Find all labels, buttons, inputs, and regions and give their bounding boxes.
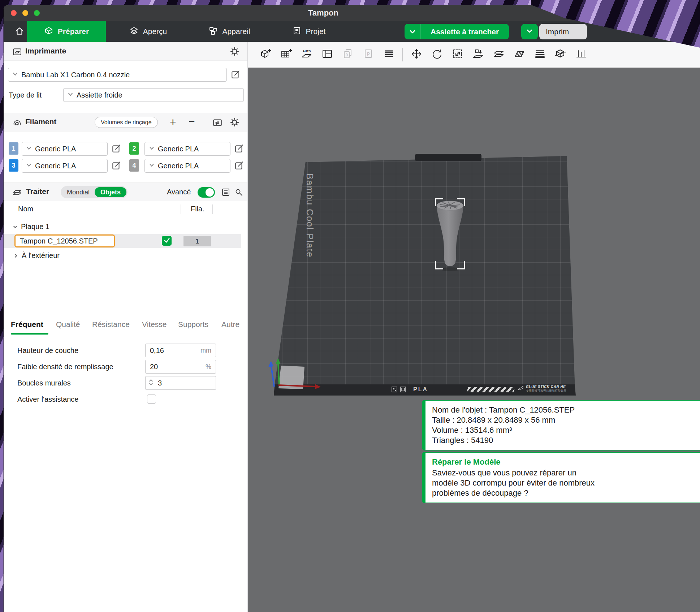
filament-slot-3-select[interactable]: Generic PLA (22, 159, 108, 173)
paint-button[interactable] (509, 45, 530, 64)
add-object-button[interactable] (255, 45, 276, 64)
object-print-checkbox[interactable] (162, 236, 172, 246)
viewport-toolbar: AUTO 0 P (248, 42, 700, 67)
wall-loops-spinner[interactable]: 3 (145, 376, 216, 390)
repair-tip-title[interactable]: Réparer le Modèle (432, 457, 700, 467)
wall-loops-value[interactable]: 3 (158, 379, 162, 387)
remove-filament-button[interactable]: − (189, 116, 195, 127)
tab-speed[interactable]: Vitesse (142, 320, 167, 329)
infill-input[interactable]: 20 % (145, 360, 216, 374)
prepare-icon (44, 26, 53, 37)
svg-text:P: P (367, 52, 370, 57)
y-axis-arrow (276, 358, 280, 364)
add-plate-icon (280, 48, 292, 61)
cut-button[interactable] (550, 45, 571, 64)
object-name-highlight[interactable]: Tampon C_12056.STEP (14, 234, 115, 247)
object-filament-cell[interactable]: 1 (183, 236, 211, 246)
edit-icon (230, 69, 241, 81)
copy-button[interactable]: 0 (337, 45, 358, 64)
enable-support-checkbox[interactable] (147, 395, 156, 404)
lay-flat-button[interactable] (468, 45, 488, 64)
auto-orient-button[interactable]: AUTO (296, 45, 317, 64)
printer-edit-button[interactable] (230, 69, 241, 81)
object-name-label: Tampon C_12056.STEP (20, 237, 98, 245)
printer-settings-button[interactable] (230, 47, 239, 57)
tab-quality[interactable]: Qualité (56, 320, 80, 329)
move-button[interactable] (406, 45, 427, 64)
plate-row[interactable]: Plaque 1 (4, 220, 242, 234)
filament-slot-1-badge[interactable]: 1 (9, 142, 18, 155)
scope-global-button[interactable]: Mondial (62, 189, 95, 196)
outside-row-label[interactable]: À l'extérieur (22, 251, 60, 260)
list-icon (221, 188, 230, 198)
filament-slot-2-badge[interactable]: 2 (129, 142, 139, 155)
minimize-button[interactable] (22, 10, 28, 16)
home-icon (14, 26, 25, 37)
chevron-right-icon[interactable] (13, 253, 19, 259)
bed-type-value: Assiette froide (77, 91, 122, 99)
plate-note: GLUE STICK CAN HE 专用胶棒可改善粘接和打印效果 (517, 385, 566, 393)
chevron-down-icon (12, 71, 18, 79)
tab-prepare[interactable]: Préparer (27, 21, 106, 42)
plate-row-label[interactable]: Plaque 1 (21, 223, 49, 231)
tab-other[interactable]: Autre (221, 320, 239, 329)
desktop: Tampon Préparer Aperçu (0, 0, 700, 612)
layer-height-input[interactable]: 0,16 mm (145, 344, 216, 357)
filament-slot-3-edit-button[interactable] (111, 160, 121, 172)
glue-logo-icon (517, 385, 524, 392)
filament-slot-1-value: Generic PLA (35, 145, 76, 153)
parameter-table-button[interactable] (221, 188, 230, 198)
move-icon (410, 48, 423, 61)
chevron-down-icon[interactable] (12, 224, 18, 230)
filament-slot-1-select[interactable]: Generic PLA (22, 142, 108, 156)
scope-objects-button[interactable]: Objets (95, 187, 126, 197)
print-button[interactable]: Imprim (539, 24, 587, 39)
3d-canvas[interactable]: Bambu Cool Plate PLA GLUE STICK CAN HE 专… (248, 68, 700, 612)
filament-slot-2-edit-button[interactable] (234, 143, 244, 155)
layer-height-value[interactable]: 0,16 (146, 346, 200, 355)
printer-select[interactable]: Bambu Lab X1 Carbon 0.4 nozzle (8, 68, 227, 82)
tab-preview[interactable]: Aperçu (123, 21, 173, 42)
filament-slot-3-badge[interactable]: 3 (9, 159, 18, 172)
advanced-toggle[interactable] (198, 187, 215, 198)
outside-row[interactable]: À l'extérieur (4, 249, 242, 263)
tab-strength[interactable]: Résistance (92, 320, 130, 329)
zoom-button[interactable] (34, 10, 40, 16)
filament-icon (12, 118, 22, 128)
add-plate-button[interactable] (276, 45, 296, 64)
tab-supports[interactable]: Supports (178, 320, 208, 329)
slice-plate-label: Assiette à trancher (420, 24, 509, 39)
ams-sync-button[interactable] (212, 117, 222, 129)
filament-slot-4-select[interactable]: Generic PLA (144, 159, 230, 173)
tab-device[interactable]: Appareil (200, 21, 258, 42)
edit-icon (234, 143, 244, 155)
close-button[interactable] (11, 10, 17, 16)
split-objects-button[interactable] (488, 45, 509, 64)
rotate-button[interactable] (427, 45, 447, 64)
filament-slot-1-edit-button[interactable] (111, 143, 121, 155)
flush-volumes-button[interactable]: Volumes de rinçage (95, 117, 158, 128)
add-filament-button[interactable]: + (170, 117, 176, 128)
filament-settings-button[interactable] (230, 117, 239, 128)
bed-type-select[interactable]: Assiette froide (63, 88, 244, 102)
print-dropdown-button[interactable] (521, 24, 538, 39)
home-button[interactable] (9, 21, 30, 42)
filament-slot-4-badge[interactable]: 4 (129, 159, 139, 172)
slice-dropdown-chevron-icon[interactable] (405, 24, 420, 39)
filament-slot-4-edit-button[interactable] (234, 160, 244, 172)
tab-project[interactable]: Projet (285, 21, 332, 42)
arrange-button[interactable] (317, 45, 337, 64)
spinner-arrows-icon[interactable] (148, 378, 154, 388)
infill-value[interactable]: 20 (146, 363, 206, 371)
scale-button[interactable] (447, 45, 468, 64)
paste-button[interactable]: P (358, 45, 379, 64)
variable-layer-button[interactable] (530, 45, 550, 64)
assemble-view-button[interactable] (379, 45, 399, 64)
parameter-search-button[interactable] (234, 188, 243, 198)
repair-tip-panel[interactable]: Réparer le Modèle Saviez-vous que vous p… (422, 452, 700, 503)
support-paint-button[interactable] (571, 45, 591, 64)
slice-plate-button[interactable]: Assiette à trancher (405, 24, 509, 39)
model-tampon[interactable] (433, 195, 467, 273)
filament-slot-2-select[interactable]: Generic PLA (144, 142, 230, 156)
tab-frequent[interactable]: Fréquent (11, 320, 43, 329)
